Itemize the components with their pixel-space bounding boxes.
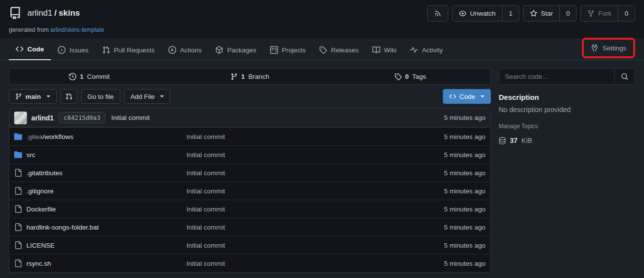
file-commit-message[interactable]: Initial commit (186, 169, 412, 177)
tab-packages[interactable]: Packages (208, 41, 263, 60)
file-icon (14, 205, 22, 213)
add-file-button[interactable]: Add File (124, 89, 171, 104)
file-commit-message[interactable]: Initial commit (186, 187, 412, 195)
file-commit-time: 5 minutes ago (412, 169, 485, 177)
tab-label: Code (27, 46, 44, 53)
tab-pull-requests[interactable]: Pull Requests (95, 41, 161, 60)
file-link[interactable]: hardlink-songs-folder.bat (14, 223, 186, 231)
manage-topics-link[interactable]: Manage Topics (499, 123, 635, 130)
repo-tabbar: Code Issues Pull Requests Actions Packag… (0, 38, 644, 60)
file-link[interactable]: LICENSE (14, 241, 186, 249)
pull-request-icon (102, 46, 110, 54)
code-search-box (499, 68, 635, 85)
tab-actions[interactable]: Actions (161, 41, 208, 60)
tab-wiki[interactable]: Wiki (366, 41, 404, 60)
repo-name-link[interactable]: skins (59, 8, 80, 18)
table-row: rsync.sh Initial commit 5 minutes ago (9, 254, 490, 272)
rss-icon (434, 10, 441, 17)
branches-stat[interactable]: 1 Branch (170, 69, 330, 84)
rss-feed-button[interactable] (428, 6, 448, 21)
compare-button[interactable] (61, 89, 77, 104)
file-link[interactable]: .gitattributes (14, 169, 186, 177)
tag-icon (319, 46, 327, 54)
file-link[interactable]: .gitignore (14, 187, 186, 195)
search-button[interactable] (614, 69, 635, 84)
branch-toolbar: main Go to file Add File Code (9, 89, 491, 104)
watchers-count[interactable]: 1 (502, 6, 519, 21)
file-commit-message[interactable]: Initial commit (186, 224, 412, 231)
tab-projects[interactable]: Projects (263, 41, 313, 60)
file-icon (14, 241, 22, 249)
fork-button[interactable]: Fork (581, 6, 618, 21)
tab-activity[interactable]: Activity (403, 41, 450, 60)
tab-label: Pull Requests (114, 46, 155, 54)
commits-stat[interactable]: 1 Commit (9, 69, 170, 84)
tab-label: Activity (422, 46, 443, 54)
tab-code[interactable]: Code (9, 40, 51, 60)
tags-stat[interactable]: 0 Tags (330, 69, 490, 84)
book-icon (372, 46, 380, 54)
file-commit-time: 5 minutes ago (412, 224, 485, 231)
file-commit-message[interactable]: Initial commit (186, 151, 412, 159)
forks-count[interactable]: 0 (618, 6, 635, 21)
git-branch-icon (230, 73, 238, 80)
description-heading: Description (499, 93, 635, 101)
unwatch-button[interactable]: Unwatch (453, 6, 502, 21)
tab-releases[interactable]: Releases (312, 41, 365, 60)
branch-selector[interactable]: main (9, 89, 57, 104)
file-link[interactable]: .gitea/workflows (14, 133, 186, 140)
file-commit-time: 5 minutes ago (412, 133, 485, 140)
file-link[interactable]: src (14, 151, 186, 159)
repo-owner-link[interactable]: arlind1 (27, 8, 52, 18)
file-commit-message[interactable]: Initial commit (186, 206, 412, 213)
table-row: LICENSE Initial commit 5 minutes ago (9, 236, 490, 254)
file-commit-message[interactable]: Initial commit (186, 133, 412, 140)
repo-action-buttons: Unwatch 1 Star 0 Fork 0 (427, 5, 635, 22)
go-to-file-button[interactable]: Go to file (81, 89, 120, 104)
commit-time: 5 minutes ago (444, 114, 485, 121)
file-commit-message[interactable]: Initial commit (186, 242, 412, 249)
tab-label: Settings (602, 45, 626, 52)
search-input[interactable] (499, 69, 614, 84)
avatar[interactable] (14, 112, 27, 124)
search-icon (621, 73, 628, 80)
code-download-button[interactable]: Code (443, 89, 491, 104)
folder-icon (14, 133, 22, 140)
tab-label: Wiki (384, 46, 397, 54)
table-row: .gitea/workflows Initial commit 5 minute… (9, 127, 490, 145)
file-link[interactable]: Dockerfile (14, 205, 186, 213)
commit-author-link[interactable]: arlind1 (31, 114, 54, 122)
commit-message-link[interactable]: Initial commit (111, 114, 150, 121)
generated-from-note: generated from arlind/skins-template (9, 26, 635, 33)
tools-icon (591, 44, 598, 52)
template-repo-link[interactable]: arlind/skins-template (50, 26, 104, 33)
table-row: Dockerfile Initial commit 5 minutes ago (9, 200, 490, 218)
repo-sidebar: Description No description provided Mana… (499, 68, 635, 273)
file-commit-message[interactable]: Initial commit (186, 260, 412, 267)
tab-label: Actions (180, 46, 202, 54)
stars-count[interactable]: 0 (559, 6, 576, 21)
tab-settings-annotated[interactable]: Settings (582, 38, 635, 58)
file-icon (14, 223, 22, 231)
file-table: arlind1 c84215d0a3 Initial commit 5 minu… (9, 108, 491, 273)
table-row: .gitattributes Initial commit 5 minutes … (9, 163, 490, 182)
branch-count: 1 (241, 73, 245, 80)
tab-issues[interactable]: Issues (51, 41, 95, 60)
play-circle-icon (168, 46, 176, 54)
repo-stats-bar: 1 Commit 1 Branch 0 Tags (9, 68, 491, 85)
file-link[interactable]: rsync.sh (14, 259, 186, 267)
git-branch-icon (15, 93, 22, 100)
tab-label: Issues (69, 46, 89, 54)
fork-label: Fork (598, 10, 611, 17)
repo-icon (9, 7, 22, 20)
tag-count: 0 (405, 73, 409, 80)
tab-label: Packages (227, 46, 256, 54)
file-icon (14, 259, 22, 267)
commit-hash-link[interactable]: c84215d0a3 (59, 112, 105, 123)
file-commit-time: 5 minutes ago (412, 206, 485, 213)
repo-header: arlind1/skins Unwatch 1 Star (0, 0, 644, 38)
latest-commit-row: arlind1 c84215d0a3 Initial commit 5 minu… (9, 109, 490, 127)
table-row: hardlink-songs-folder.bat Initial commit… (9, 218, 490, 236)
star-button[interactable]: Star (524, 6, 559, 21)
page-title: arlind1/skins (27, 8, 80, 18)
